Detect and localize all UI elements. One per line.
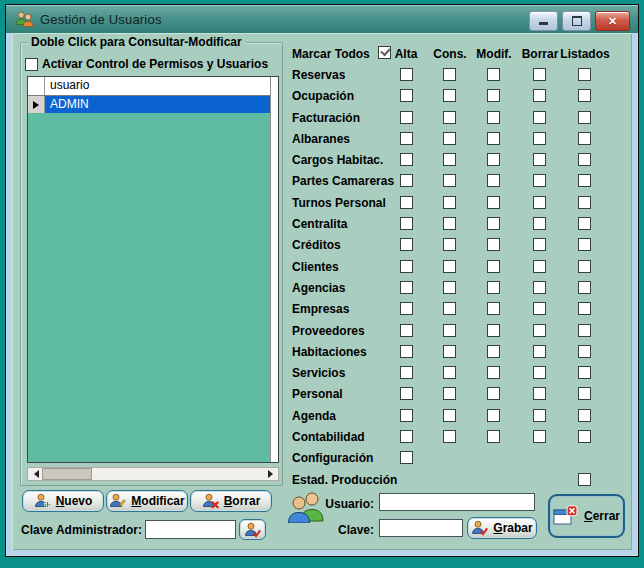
horizontal-scrollbar[interactable] (27, 467, 279, 481)
perm-checkbox-modif[interactable] (487, 153, 500, 166)
admin-password-apply-button[interactable] (239, 519, 266, 540)
perm-checkbox-borrar[interactable] (533, 430, 546, 443)
perm-checkbox-modif[interactable] (487, 260, 500, 273)
perm-checkbox-cons[interactable] (443, 111, 456, 124)
activate-permissions-checkbox[interactable] (25, 58, 38, 71)
perm-checkbox-borrar[interactable] (533, 345, 546, 358)
perm-checkbox-cons[interactable] (443, 281, 456, 294)
perm-checkbox-alta[interactable] (400, 68, 413, 81)
perm-checkbox-listados[interactable] (578, 345, 591, 358)
perm-checkbox-modif[interactable] (487, 281, 500, 294)
perm-checkbox-listados[interactable] (578, 68, 591, 81)
perm-checkbox-listados[interactable] (578, 409, 591, 422)
perm-checkbox-alta[interactable] (400, 132, 413, 145)
perm-checkbox-cons[interactable] (443, 68, 456, 81)
perm-checkbox-listados[interactable] (578, 174, 591, 187)
borrar-button[interactable]: Borrar (190, 490, 272, 512)
perm-checkbox-alta[interactable] (400, 409, 413, 422)
perm-checkbox-alta[interactable] (400, 324, 413, 337)
perm-checkbox-listados[interactable] (578, 366, 591, 379)
perm-checkbox-listados[interactable] (578, 111, 591, 124)
perm-checkbox-listados[interactable] (578, 153, 591, 166)
perm-checkbox-modif[interactable] (487, 345, 500, 358)
perm-checkbox-cons[interactable] (443, 196, 456, 209)
perm-checkbox-modif[interactable] (487, 302, 500, 315)
close-button[interactable]: ✕ (595, 11, 630, 31)
perm-checkbox-cons[interactable] (443, 409, 456, 422)
perm-checkbox-cons[interactable] (443, 302, 456, 315)
perm-checkbox-alta[interactable] (400, 153, 413, 166)
mark-all-checkbox[interactable] (378, 46, 391, 59)
usuario-input[interactable] (379, 493, 535, 511)
perm-checkbox-borrar[interactable] (533, 111, 546, 124)
perm-checkbox-listados[interactable] (578, 132, 591, 145)
perm-checkbox-modif[interactable] (487, 217, 500, 230)
clave-input[interactable] (379, 519, 463, 537)
perm-checkbox-modif[interactable] (487, 324, 500, 337)
perm-checkbox-listados[interactable] (578, 260, 591, 273)
perm-checkbox-borrar[interactable] (533, 217, 546, 230)
perm-checkbox-borrar[interactable] (533, 281, 546, 294)
perm-checkbox-borrar[interactable] (533, 238, 546, 251)
perm-checkbox-borrar[interactable] (533, 260, 546, 273)
perm-checkbox-listados[interactable] (578, 387, 591, 400)
perm-checkbox-cons[interactable] (443, 238, 456, 251)
perm-checkbox-alta[interactable] (400, 238, 413, 251)
nuevo-button[interactable]: Nuevo (22, 490, 104, 512)
perm-checkbox-alta[interactable] (400, 174, 413, 187)
perm-checkbox-cons[interactable] (443, 260, 456, 273)
perm-checkbox-listados[interactable] (578, 89, 591, 102)
perm-checkbox-listados[interactable] (578, 196, 591, 209)
perm-checkbox-alta[interactable] (400, 260, 413, 273)
perm-checkbox-listados[interactable] (578, 473, 591, 486)
perm-checkbox-modif[interactable] (487, 132, 500, 145)
scrollbar-thumb[interactable] (42, 468, 92, 480)
perm-checkbox-alta[interactable] (400, 345, 413, 358)
perm-checkbox-borrar[interactable] (533, 132, 546, 145)
perm-checkbox-cons[interactable] (443, 132, 456, 145)
perm-checkbox-borrar[interactable] (533, 387, 546, 400)
perm-checkbox-alta[interactable] (400, 281, 413, 294)
scroll-left-button[interactable] (28, 468, 42, 480)
perm-checkbox-borrar[interactable] (533, 324, 546, 337)
perm-checkbox-cons[interactable] (443, 387, 456, 400)
perm-checkbox-alta[interactable] (400, 451, 413, 464)
perm-checkbox-listados[interactable] (578, 217, 591, 230)
perm-checkbox-borrar[interactable] (533, 153, 546, 166)
perm-checkbox-cons[interactable] (443, 89, 456, 102)
perm-checkbox-borrar[interactable] (533, 409, 546, 422)
vertical-scrollbar[interactable] (270, 77, 278, 462)
perm-checkbox-listados[interactable] (578, 281, 591, 294)
perm-checkbox-alta[interactable] (400, 430, 413, 443)
perm-checkbox-cons[interactable] (443, 217, 456, 230)
perm-checkbox-modif[interactable] (487, 409, 500, 422)
modificar-button[interactable]: Modificar (106, 490, 188, 512)
perm-checkbox-alta[interactable] (400, 111, 413, 124)
perm-checkbox-borrar[interactable] (533, 302, 546, 315)
perm-checkbox-modif[interactable] (487, 238, 500, 251)
perm-checkbox-borrar[interactable] (533, 366, 546, 379)
perm-checkbox-modif[interactable] (487, 68, 500, 81)
perm-checkbox-alta[interactable] (400, 217, 413, 230)
perm-checkbox-alta[interactable] (400, 89, 413, 102)
perm-checkbox-listados[interactable] (578, 302, 591, 315)
perm-checkbox-listados[interactable] (578, 324, 591, 337)
perm-checkbox-cons[interactable] (443, 366, 456, 379)
perm-checkbox-borrar[interactable] (533, 196, 546, 209)
cerrar-button[interactable]: Cerrar (548, 494, 625, 538)
perm-checkbox-borrar[interactable] (533, 174, 546, 187)
perm-checkbox-alta[interactable] (400, 196, 413, 209)
perm-checkbox-modif[interactable] (487, 430, 500, 443)
admin-password-input[interactable] (145, 520, 236, 539)
grid-row-admin[interactable]: ADMIN (28, 96, 278, 113)
perm-checkbox-cons[interactable] (443, 153, 456, 166)
maximize-button[interactable] (562, 11, 591, 31)
perm-checkbox-cons[interactable] (443, 345, 456, 358)
perm-checkbox-listados[interactable] (578, 238, 591, 251)
perm-checkbox-alta[interactable] (400, 387, 413, 400)
perm-checkbox-borrar[interactable] (533, 89, 546, 102)
perm-checkbox-borrar[interactable] (533, 68, 546, 81)
perm-checkbox-alta[interactable] (400, 366, 413, 379)
perm-checkbox-modif[interactable] (487, 89, 500, 102)
perm-checkbox-cons[interactable] (443, 324, 456, 337)
